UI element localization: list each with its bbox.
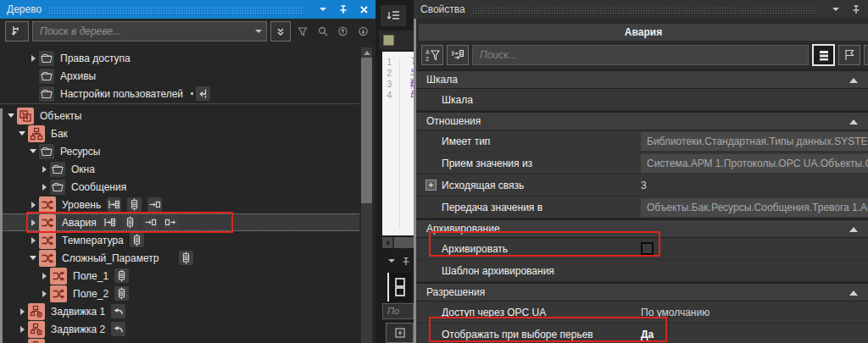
- archive-icon[interactable]: [114, 286, 129, 301]
- scrollbar-thumb[interactable]: [361, 58, 372, 203]
- layers-icon[interactable]: [387, 273, 411, 302]
- chevron-down-icon[interactable]: [17, 124, 27, 142]
- tree-row-user-settings[interactable]: Настройки пользователей: [0, 85, 359, 102]
- chevron-right-icon[interactable]: [39, 160, 49, 178]
- tree-row-messages[interactable]: Сообщения: [0, 178, 359, 196]
- panel-menu-icon[interactable]: [829, 3, 843, 16]
- code-editor[interactable]: 1 2 3 4 Т S Б Б: [382, 52, 414, 235]
- tree-row-valve-1[interactable]: Задвижка 1: [0, 302, 359, 320]
- editor-horizontal-scrollbar[interactable]: [382, 237, 414, 248]
- property-row-value-from[interactable]: Прием значения из Система.АРМ 1.Протокол…: [416, 152, 868, 174]
- tree-row-partial[interactable]: [0, 338, 359, 343]
- pin-icon[interactable]: [337, 3, 350, 16]
- property-row-archive-template[interactable]: Шаблон архивирования: [416, 260, 868, 282]
- tree-row-access-rights[interactable]: Права доступа: [0, 49, 359, 67]
- collapse-icon[interactable]: [849, 227, 858, 232]
- output-square-icon[interactable]: [143, 215, 158, 230]
- archive-checkbox[interactable]: [641, 242, 654, 255]
- value-box[interactable]: Объекты.Бак.Ресурсы.Сообщения.Тревога 1.…: [641, 198, 868, 217]
- properties-panel-titlebar[interactable]: Свойства: [414, 0, 868, 19]
- tree-row-tank[interactable]: Бак: [0, 124, 359, 142]
- filter-icon[interactable]: [294, 21, 311, 41]
- mini-search-input[interactable]: По: [382, 303, 414, 319]
- tree-panel-titlebar[interactable]: Дерево: [0, 0, 376, 19]
- flag-button[interactable]: [838, 45, 860, 65]
- tree-row-field-1[interactable]: Поле_1: [0, 267, 359, 285]
- tree-row-windows[interactable]: Окна: [0, 160, 359, 178]
- tree-row-archives[interactable]: Архивы: [0, 67, 359, 85]
- search-icon[interactable]: [314, 21, 331, 41]
- tree-scrollbar[interactable]: [361, 47, 372, 343]
- archive-icon[interactable]: [127, 197, 142, 212]
- search-previous-icon[interactable]: [335, 21, 352, 41]
- tree-row-field-2[interactable]: Поле_2: [0, 285, 359, 302]
- return-arrow-icon[interactable]: [196, 86, 210, 101]
- input-link-icon[interactable]: [107, 197, 121, 212]
- collapse-icon[interactable]: [849, 119, 858, 124]
- section-header-scale[interactable]: Шкала: [416, 69, 868, 89]
- section-header-archiving[interactable]: Архивирование: [416, 219, 868, 238]
- chevron-right-icon[interactable]: [17, 320, 27, 338]
- collapse-all-button[interactable]: [270, 21, 291, 41]
- tree-row-valve-2[interactable]: Задвижка 2: [0, 320, 359, 338]
- properties-search-input[interactable]: [472, 45, 809, 65]
- archive-icon[interactable]: [130, 233, 144, 247]
- undo-arrow-icon[interactable]: [111, 322, 125, 336]
- editor-menu-icon[interactable]: [381, 5, 406, 26]
- property-row-has-type[interactable]: Имеет тип Библиотеки.Стандартная.Типы да…: [416, 130, 868, 152]
- square-output-icon[interactable]: [164, 215, 178, 230]
- value-box[interactable]: Библиотеки.Стандартная.Типы данных.SYSTE…: [641, 132, 868, 151]
- chevron-down-icon[interactable]: [28, 142, 38, 160]
- close-icon[interactable]: [357, 3, 370, 16]
- panel-menu-icon[interactable]: [388, 259, 395, 263]
- expand-plus-icon[interactable]: +: [426, 180, 437, 191]
- chevron-right-icon[interactable]: [39, 285, 49, 302]
- scroll-left-icon[interactable]: [382, 237, 392, 248]
- editor-tab[interactable]: [379, 30, 414, 50]
- tree-row-alarm[interactable]: Авария: [0, 213, 359, 231]
- chevron-right-icon[interactable]: [28, 213, 38, 231]
- chevron-right-icon[interactable]: [28, 196, 38, 213]
- property-row-scale[interactable]: Шкала: [416, 89, 868, 111]
- tree-row-level[interactable]: Уровень: [0, 196, 359, 213]
- pin-icon[interactable]: [402, 257, 410, 266]
- chevron-right-icon[interactable]: [39, 178, 49, 196]
- input-link-icon[interactable]: [103, 215, 117, 230]
- tree-row-resources[interactable]: Ресурсы: [0, 142, 359, 160]
- clipped-button[interactable]: [864, 45, 868, 65]
- clipped-toolbar-button[interactable]: [386, 323, 414, 343]
- section-header-permissions[interactable]: Разрешения: [416, 282, 868, 302]
- property-row-opcua-access[interactable]: Доступ через OPC UA По умолчанию: [416, 302, 868, 324]
- scroll-up-icon[interactable]: [361, 47, 372, 58]
- pin-icon[interactable]: [849, 3, 863, 16]
- mini-panel-header[interactable]: [379, 254, 414, 268]
- list-view-button[interactable]: [812, 44, 835, 66]
- property-row-archive[interactable]: Архивировать: [416, 238, 868, 260]
- collapse-icon[interactable]: [849, 78, 858, 83]
- search-options-caret-icon[interactable]: [255, 30, 262, 33]
- sort-filter-button[interactable]: А2: [421, 45, 443, 65]
- chevron-right-icon[interactable]: [39, 267, 49, 285]
- chevron-right-icon[interactable]: [28, 231, 38, 249]
- tree-row-complex-parameter[interactable]: Сложный_Параметр: [0, 249, 359, 267]
- chevron-down-icon[interactable]: [28, 249, 38, 267]
- chevron-right-icon[interactable]: [28, 49, 38, 67]
- value-box[interactable]: Система.АРМ 1.Протоколы.OPC UA.Объекты.О…: [641, 154, 868, 173]
- property-row-value-to[interactable]: Передача значения в Объекты.Бак.Ресурсы.…: [416, 196, 868, 219]
- chevron-right-icon[interactable]: [17, 302, 27, 320]
- tree-row-temperature[interactable]: Температура: [0, 231, 359, 249]
- panel-menu-icon[interactable]: [316, 3, 330, 16]
- archive-icon[interactable]: [123, 215, 137, 230]
- archive-icon[interactable]: [114, 268, 129, 283]
- search-next-icon[interactable]: [355, 21, 372, 41]
- tree-row-objects[interactable]: Объекты: [0, 107, 359, 124]
- tree-mode-button[interactable]: [5, 21, 29, 41]
- show-links-button[interactable]: [447, 45, 469, 65]
- property-row-outgoing-link[interactable]: + Исходящая связь 3: [416, 174, 868, 196]
- search-input[interactable]: [32, 21, 267, 41]
- collapse-icon[interactable]: [849, 290, 858, 296]
- chevron-down-icon[interactable]: [6, 107, 16, 124]
- property-row-show-in-pens[interactable]: Отображать при выборе перьев Да: [416, 324, 868, 343]
- section-header-relations[interactable]: Отношения: [416, 111, 868, 130]
- archive-icon[interactable]: [179, 251, 193, 265]
